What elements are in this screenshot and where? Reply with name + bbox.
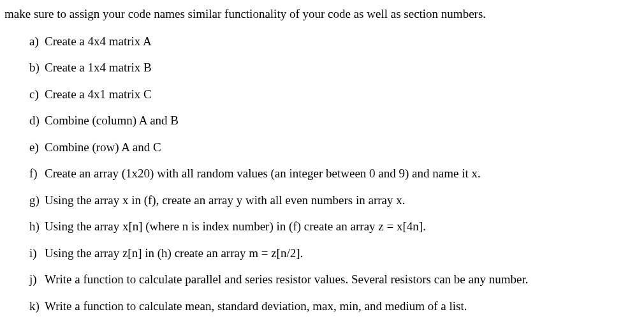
item-text: Combine (column) A and B	[45, 114, 179, 127]
item-text: Write a function to calculate parallel a…	[45, 272, 528, 286]
item-text: Create a 4x1 matrix C	[45, 87, 152, 101]
list-item: i) Using the array z[n] in (h) create an…	[29, 244, 641, 263]
list-item: j) Write a function to calculate paralle…	[29, 271, 641, 289]
list-item: e) Combine (row) A and C	[29, 138, 641, 157]
list-item: f) Create an array (1x20) with all rando…	[29, 165, 641, 183]
item-marker: i)	[29, 244, 37, 263]
list-item: d) Combine (column) A and B	[29, 112, 641, 130]
list-item: b) Create a 1x4 matrix B	[29, 59, 641, 77]
item-marker: h)	[29, 218, 40, 236]
exercise-list: a) Create a 4x4 matrix A b) Create a 1x4…	[3, 33, 641, 316]
item-text: Write a function to calculate mean, stan…	[45, 299, 467, 313]
item-marker: f)	[29, 165, 38, 183]
intro-text: make sure to assign your code names simi…	[3, 5, 641, 24]
item-marker: c)	[29, 86, 39, 104]
item-marker: b)	[29, 59, 40, 77]
item-text: Create an array (1x20) with all random v…	[45, 167, 481, 180]
list-item: c) Create a 4x1 matrix C	[29, 86, 641, 104]
list-item: h) Using the array x[n] (where n is inde…	[29, 218, 641, 236]
item-marker: j)	[29, 271, 37, 289]
item-text: Create a 1x4 matrix B	[45, 61, 152, 74]
list-item: k) Write a function to calculate mean, s…	[29, 297, 641, 316]
item-text: Using the array z[n] in (h) create an ar…	[45, 246, 303, 260]
item-text: Create a 4x4 matrix A	[45, 34, 152, 48]
item-marker: d)	[29, 112, 40, 130]
item-marker: e)	[29, 138, 39, 157]
item-marker: g)	[29, 191, 40, 210]
item-marker: k)	[29, 297, 40, 316]
item-text: Combine (row) A and C	[45, 140, 161, 154]
list-item: a) Create a 4x4 matrix A	[29, 33, 641, 51]
item-marker: a)	[29, 33, 39, 51]
item-text: Using the array x in (f), create an arra…	[45, 193, 406, 207]
item-text: Using the array x[n] (where n is index n…	[45, 220, 426, 233]
list-item: g) Using the array x in (f), create an a…	[29, 191, 641, 210]
